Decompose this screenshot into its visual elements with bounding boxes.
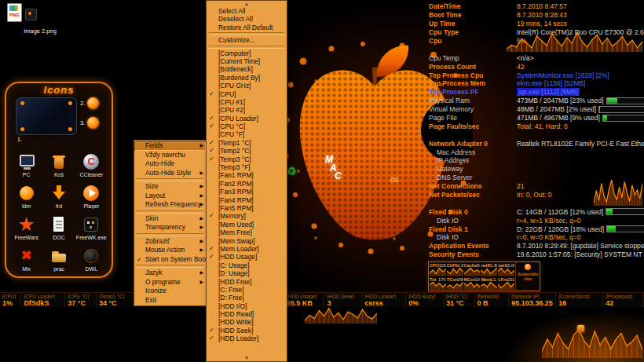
dock-item-freewars[interactable]: FreeWars xyxy=(10,215,42,246)
fields-menu-item-hdd-free[interactable]: [HDD Free] xyxy=(207,278,287,286)
mini-monitor-panel[interactable]: CPU100ChFlt1.8KCache50MnetR1.8KnetS3.0KT… xyxy=(428,261,540,291)
dock-item-player[interactable]: Player xyxy=(75,184,108,214)
fields-menu-item-burdened-by[interactable]: [Burdened By] xyxy=(207,74,287,82)
sysinfo-row-up-time[interactable]: Up Time19 mins, 14 secs xyxy=(429,20,644,28)
taskbar-segment-processes[interactable]: [Processes]42 xyxy=(603,293,644,307)
sysinfo-row-page-faults-sec[interactable]: Page Faults/secTotal: 41, Hard: 0 xyxy=(429,122,644,130)
fields-menu-item-current-time[interactable]: [Current Time] xyxy=(207,57,287,65)
taskbar-segment-cpu-loader[interactable]: [CPU Loader]DfSdkS xyxy=(21,293,65,307)
taskbar-segment-hdd-busy[interactable]: [HDD Busy]0% xyxy=(406,293,444,307)
sysinfo-row-cpu-temp[interactable]: Cpu Temp<n/a> xyxy=(429,53,644,62)
png-file-icon[interactable]: PNG xyxy=(7,3,22,22)
fields-menu-item-computer[interactable]: [Computer] xyxy=(207,49,287,57)
taskbar-segment-temp1-c[interactable]: [Temp1 °C]34 °C xyxy=(97,293,134,307)
small-file-icon[interactable] xyxy=(25,9,37,20)
dock-item-ldm[interactable]: ldm xyxy=(10,184,42,214)
sysinfo-row-cpu[interactable]: Cpu5% xyxy=(429,37,644,46)
context-menu-item-refresh-frequency[interactable]: Refresh Frequency▶ xyxy=(134,200,206,210)
fields-menu-item-temp1-c[interactable]: ✓[Temp1 °C] xyxy=(207,139,287,147)
fields-menu-item-cpu-2[interactable]: [CPU #2] xyxy=(207,106,287,114)
fields-menu-item-cpu-loader[interactable]: ✓[CPU Loader] xyxy=(207,115,287,122)
context-menu-item-exit[interactable]: Exit xyxy=(134,296,206,305)
context-menu-item-o-programe[interactable]: O programe▶ xyxy=(134,278,206,287)
sysinfo-row-page-file[interactable]: Page File471MB / 4967MB [9% used] xyxy=(429,114,644,122)
orange-dot-icon[interactable] xyxy=(87,117,99,129)
dock-item-ko[interactable]: Koš xyxy=(42,152,75,183)
sysinfo-row-disk-io[interactable]: Disk IOr=4, w=1 KB/sec, q=0 xyxy=(429,216,644,225)
fields-menu-item-temp2-c[interactable]: ✓[Temp2 °C] xyxy=(207,147,287,155)
context-menu-item-skin[interactable]: Skin▶ xyxy=(134,214,206,224)
context-menu-item-iconize[interactable]: Iconize xyxy=(134,287,206,296)
sysinfo-row-fixed-disk-1[interactable]: Fixed Disk 1D: 22GB / 120GB [18% used] xyxy=(429,225,644,233)
context-menu-item-fields[interactable]: Fields▶ xyxy=(134,141,206,151)
fields-menu-item-fan1-rpm[interactable]: [Fan1 RPM] xyxy=(207,171,287,179)
fields-menu-item-hdd-i-o[interactable]: [HDD I/O] xyxy=(207,302,287,310)
sysinfo-row-virtual-memory[interactable]: Virtual Memory48MB / 2047MB [2% used] xyxy=(429,105,644,114)
sysinfo-row-fixed-disk-0[interactable]: Fixed Disk 0C: 14GB / 112GB [12% used] xyxy=(429,207,644,216)
dock-item-pc[interactable]: PC xyxy=(10,152,42,183)
fields-menu-item-cpu-c[interactable]: ✓[CPU °C] xyxy=(207,122,287,130)
context-menu-item-auto-hide[interactable]: Auto-Hide xyxy=(134,159,206,169)
fields-menu-item-d-usage[interactable]: [D: Usage] xyxy=(207,269,287,277)
screenshot-thumbnail[interactable] xyxy=(16,97,77,135)
fields-menu-item-c-free[interactable]: [C: Free] xyxy=(207,286,287,294)
fields-menu-item-customize[interactable]: Customize... xyxy=(207,36,287,44)
tray-flame-icon[interactable] xyxy=(577,325,584,332)
context-menu-item-size[interactable]: Size▶ xyxy=(134,182,206,192)
status-taskbar[interactable]: [CPU]1%[CPU Loader]DfSdkS[CPU °C]37 °C[T… xyxy=(0,292,644,307)
taskbar-segment-cpu[interactable]: [CPU]1% xyxy=(0,293,21,307)
context-menu-item-v-dy-navrchu[interactable]: Vždy navrchu xyxy=(134,151,206,160)
fields-menu-item-restore-all-default[interactable]: Restore All Default xyxy=(207,24,287,31)
sysinfo-row-top-process-pf[interactable]: Top Process PFjqs.exe [1112] [5MB] xyxy=(429,88,644,97)
fields-menu-item-d-free[interactable]: [D: Free] xyxy=(207,294,287,302)
sysinfo-row-network-adapter-0[interactable]: Network Adapter 0Realtek RTL8102E Family… xyxy=(429,139,644,148)
fields-menu-item-fan2-rpm[interactable]: [Fan2 RPM] xyxy=(207,180,287,188)
desktop[interactable]: MAC os ♻ PNG Image 2.png Icons 1. 2. 3. … xyxy=(0,0,644,362)
sysinfo-row-net-connections[interactable]: Net Connections21 xyxy=(429,182,644,191)
taskbar-segment-network[interactable]: [Network]0 B xyxy=(475,293,510,307)
context-menu-item-auto-hide-style[interactable]: Auto-Hide Style▶ xyxy=(134,169,206,178)
fields-menu-item-memory[interactable]: ✓[Memory] xyxy=(207,212,287,220)
context-menu-item-layout[interactable]: Layout▶ xyxy=(134,192,206,201)
fields-menu-item-cpu-f[interactable]: [CPU °F] xyxy=(207,130,287,138)
sysinfo-row-top-process-mem[interactable]: Top Process Memekrn.exe [1156] [52MB] xyxy=(429,79,644,88)
taskbar-segment-hdd-usage[interactable]: [HDD Usage]26.5 KB xyxy=(284,293,325,307)
fields-menu-item-hdd-seek[interactable]: ✓[HDD Seek] xyxy=(207,327,287,335)
taskbar-segment-hdd-loader[interactable]: [HDD Loader]csrss xyxy=(362,293,406,307)
sysinfo-row-top-process-cpu[interactable]: Top Process CpuSystemMonitor.exe [1628] … xyxy=(429,71,644,79)
sysinfo-row-boot-time[interactable]: Boot Time8.7.2010 8:28:43 xyxy=(429,11,644,20)
sysinfo-row-mac-address[interactable]: Mac Address xyxy=(429,148,644,156)
scroll-down-icon[interactable]: ▼ xyxy=(207,355,287,361)
fields-menu-item-cpu-ghz[interactable]: [CPU GHz] xyxy=(207,82,287,90)
dock-item-doc[interactable]: DOC xyxy=(42,215,75,246)
context-menu-item-zobrazi[interactable]: Zobraziť▶ xyxy=(134,237,206,247)
sysinfo-row-gateway[interactable]: Gateway xyxy=(429,165,644,174)
taskbar-segment-cpu-c[interactable]: [CPU °C]37 °C xyxy=(65,293,97,307)
fields-menu-item-mem-used[interactable]: [Mem Used] xyxy=(207,221,287,229)
fields-menu-item-c-usage[interactable]: [C: Usage] xyxy=(207,261,287,269)
fields-menu-item-hdd-write[interactable]: [HDD Write] xyxy=(207,318,287,326)
sysinfo-row-net-packets-sec[interactable]: Net Packets/secIn: 0, Out: 0 xyxy=(429,191,644,199)
fields-menu-item-hdd-read[interactable]: [HDD Read] xyxy=(207,310,287,318)
fields-menu-item-temp3-c[interactable]: ✓[Temp3 °C] xyxy=(207,155,287,163)
sysinfo-row-ip-address[interactable]: IP Address xyxy=(429,156,644,165)
sysinfo-row-date-time[interactable]: Date/Time8.7.2010 8:47:57 xyxy=(429,2,644,11)
sysinfo-row-security-events[interactable]: Security Events19.6.2010 1:57:05: [Secur… xyxy=(429,250,644,259)
scroll-up-icon[interactable]: ▲ xyxy=(207,1,287,7)
fields-menu-item-mem-loader[interactable]: ✓[Mem Loader] xyxy=(207,245,287,253)
taskbar-segment-hdd-c[interactable]: [HDD °C]31 °C xyxy=(444,293,475,307)
sysinfo-row-disk-io[interactable]: Disk IOr=0, w=0 KB/sec, q=0 xyxy=(429,233,644,242)
fields-menu-item-mem-free[interactable]: [Mem Free] xyxy=(207,229,287,236)
context-menu-item-mouse-action[interactable]: Mouse Action▶ xyxy=(134,246,206,255)
fields-menu-item-fan5-rpm[interactable]: [Fan5 RPM] xyxy=(207,204,287,212)
fields-menu-item-select-all[interactable]: Select All xyxy=(207,7,287,15)
fields-menu-item-hdd-usage[interactable]: ✓[HDD Usage] xyxy=(207,253,287,261)
dock-item-ccleaner[interactable]: CCleaner xyxy=(75,152,108,183)
icons-dock[interactable]: Icons 1. 2. 3. PCKošCCleanerldmfrdPlayer… xyxy=(5,82,113,278)
fields-menu-item-fan3-rpm[interactable]: [Fan3 RPM] xyxy=(207,188,287,196)
orange-dot-icon[interactable] xyxy=(87,97,99,109)
context-menu-item-start-on-system-boot[interactable]: ✓Start on System Boot xyxy=(134,255,206,265)
dock-item-mix[interactable]: Mix xyxy=(10,247,42,277)
fields-menu-item-bottleneck[interactable]: [Bottleneck] xyxy=(207,65,287,73)
fields-menu-item-cpu[interactable]: ✓[CPU] xyxy=(207,90,287,98)
